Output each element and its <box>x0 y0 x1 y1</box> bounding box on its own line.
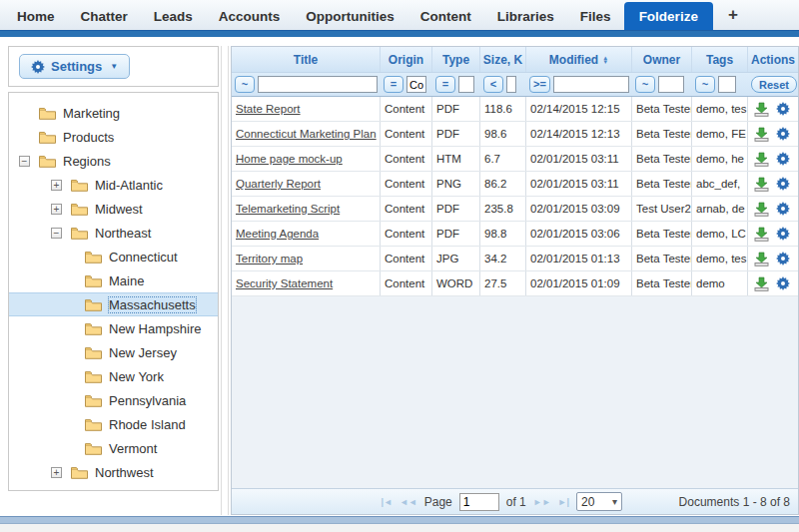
tree-item[interactable]: + Mid-Atlantic <box>9 173 218 197</box>
filter-type-operator-button[interactable]: = <box>435 76 455 93</box>
row-settings-button[interactable] <box>776 127 790 141</box>
row-settings-button[interactable] <box>776 202 790 216</box>
cell-actions <box>748 97 798 121</box>
tree-item-label: Northeast <box>95 226 151 241</box>
column-header-owner[interactable]: Owner <box>632 47 692 72</box>
page-number-input[interactable] <box>459 493 499 511</box>
tree-toggle-icon[interactable]: + <box>51 204 62 215</box>
cell-type: PDF <box>432 122 480 146</box>
tree-toggle-icon[interactable]: − <box>51 228 62 239</box>
nav-tab-folderize-active[interactable]: Folderize <box>624 2 713 30</box>
filter-origin-operator-button[interactable]: = <box>384 76 403 93</box>
filter-title-input[interactable] <box>258 76 378 93</box>
tree-item[interactable]: Pennsylvania <box>9 388 218 412</box>
cell-title-wrap: State Report <box>232 97 381 121</box>
pager-next-icon[interactable]: ►► <box>533 497 551 507</box>
nav-tab[interactable]: Opportunities <box>293 2 407 30</box>
nav-tab[interactable]: Leads <box>141 2 206 30</box>
nav-tab[interactable]: Libraries <box>484 2 567 30</box>
filter-owner-operator-button[interactable]: ~ <box>635 76 655 93</box>
tree-item[interactable]: + Northwest <box>9 460 218 484</box>
nav-tab[interactable]: Content <box>407 2 484 30</box>
row-settings-button[interactable] <box>776 252 790 266</box>
tree-item[interactable]: + Midwest <box>9 197 218 221</box>
tree-toggle-icon[interactable]: + <box>51 180 62 191</box>
cell-modified: 02/01/2015 01:09 <box>526 271 632 295</box>
column-header-title[interactable]: Title <box>232 47 381 72</box>
column-header-origin[interactable]: Origin <box>381 47 432 72</box>
filter-modified-operator-button[interactable]: >= <box>529 76 550 93</box>
tree-item[interactable]: Rhode Island <box>9 412 218 436</box>
tree-item[interactable]: Products <box>9 125 218 149</box>
tree-item[interactable]: − Northeast <box>9 221 218 245</box>
tree-toggle-icon[interactable]: + <box>51 467 62 478</box>
row-settings-button[interactable] <box>776 227 790 241</box>
download-button[interactable] <box>754 152 769 167</box>
filter-title-operator-button[interactable]: ~ <box>235 76 255 93</box>
document-title-link[interactable]: Quarterly Report <box>236 178 321 190</box>
tree-item[interactable]: Marketing <box>9 101 218 125</box>
download-button[interactable] <box>754 127 769 142</box>
document-title-link[interactable]: Connecticut Marketing Plan <box>236 128 377 140</box>
settings-button[interactable]: Settings ▼ <box>19 54 130 79</box>
pager-first-icon[interactable]: |◄ <box>381 497 392 507</box>
nav-tab[interactable]: Home <box>4 2 68 30</box>
download-button[interactable] <box>754 276 769 291</box>
cell-type: PDF <box>432 197 480 221</box>
tree-item[interactable]: Massachusetts <box>9 292 218 316</box>
column-header-modified[interactable]: Modified ▲▼ <box>526 47 632 72</box>
page-size-select[interactable]: 20 ▾ <box>576 492 622 511</box>
table-row: Security Statement Content WORD 27.5 02/… <box>232 271 798 296</box>
filter-owner-input[interactable] <box>658 76 684 93</box>
tree-item[interactable]: Connecticut <box>9 245 218 268</box>
pager-last-icon[interactable]: ►| <box>558 497 569 507</box>
nav-tab[interactable]: Chatter <box>68 2 141 30</box>
download-button[interactable] <box>754 252 769 266</box>
download-button[interactable] <box>754 202 769 217</box>
cell-title-wrap: Home page mock-up <box>232 147 381 171</box>
row-settings-button[interactable] <box>776 177 790 191</box>
tree-toggle-icon[interactable]: − <box>19 156 30 167</box>
nav-tab[interactable]: Accounts <box>206 2 294 30</box>
document-title-link[interactable]: Home page mock-up <box>236 153 343 165</box>
gear-icon <box>776 252 790 266</box>
tree-item[interactable]: New Hampshire <box>9 316 218 340</box>
cell-owner: Beta Tester <box>632 222 692 246</box>
tree-item[interactable]: New York <box>9 364 218 388</box>
filter-size-operator-button[interactable]: < <box>483 76 503 93</box>
column-header-tags[interactable]: Tags <box>692 47 748 72</box>
tree-item[interactable]: Maine <box>9 268 218 292</box>
download-button[interactable] <box>754 102 769 117</box>
folder-icon <box>39 131 56 144</box>
row-settings-button[interactable] <box>776 152 790 166</box>
document-title-link[interactable]: State Report <box>236 103 301 115</box>
cell-tags: demo, LC <box>692 222 748 246</box>
document-title-link[interactable]: Telemarketing Script <box>236 203 340 215</box>
document-title-link[interactable]: Meeting Agenda <box>236 228 319 240</box>
row-settings-button[interactable] <box>776 102 790 116</box>
filter-type-input[interactable] <box>458 76 474 93</box>
filter-tags-input[interactable] <box>718 76 736 93</box>
download-button[interactable] <box>754 227 769 242</box>
row-settings-button[interactable] <box>776 276 790 290</box>
filter-tags-operator-button[interactable]: ~ <box>695 76 715 93</box>
bottom-status-area <box>0 524 799 532</box>
cell-actions <box>748 247 798 270</box>
download-button[interactable] <box>754 177 769 192</box>
add-tab-button[interactable]: + <box>713 2 753 30</box>
pager-prev-icon[interactable]: ◄◄ <box>400 497 417 507</box>
nav-tab[interactable]: Files <box>567 2 624 30</box>
tree-item[interactable]: Vermont <box>9 436 218 460</box>
filter-size-input[interactable] <box>506 76 516 93</box>
reset-filters-button[interactable]: Reset <box>751 76 797 93</box>
filter-modified-input[interactable] <box>553 76 629 93</box>
tree-item[interactable]: New Jersey <box>9 340 218 364</box>
cell-size: 98.8 <box>480 222 526 246</box>
column-header-modified-label: Modified <box>549 53 598 67</box>
column-header-type[interactable]: Type <box>432 47 480 72</box>
filter-origin-input[interactable] <box>406 76 426 93</box>
document-title-link[interactable]: Territory map <box>236 253 303 265</box>
column-header-size[interactable]: Size, K <box>480 47 526 72</box>
tree-item[interactable]: − Regions <box>9 149 218 173</box>
document-title-link[interactable]: Security Statement <box>236 277 333 289</box>
